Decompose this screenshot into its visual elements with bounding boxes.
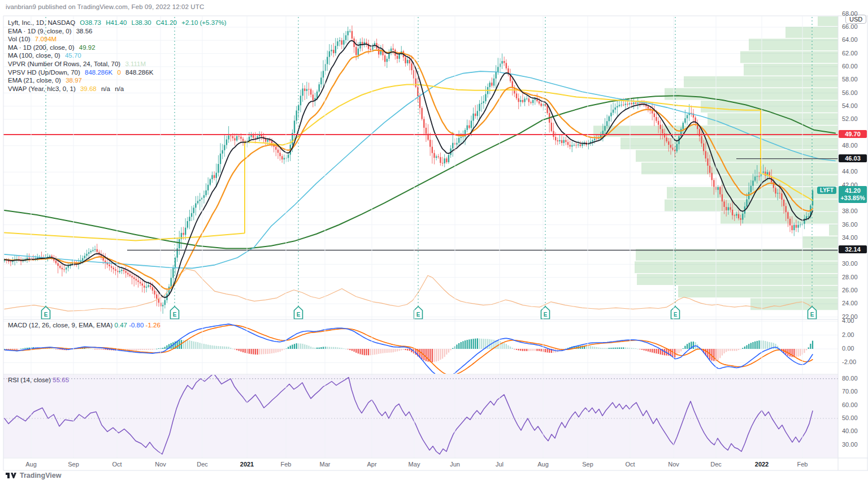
earnings-marker[interactable]: E: [42, 306, 50, 319]
macd-tick-label: 4.00: [842, 317, 854, 324]
price-tick-label: 62.00: [842, 50, 858, 57]
time-month-label: Feb: [281, 461, 292, 468]
rsi-legend[interactable]: RSI (14, close) 55.65: [8, 377, 69, 383]
ohlc-change: +2.10 (+5.37%): [181, 19, 226, 26]
macd-legend[interactable]: MACD (12, 26, close, 9, EMA, EMA) 0.47 -…: [8, 322, 160, 329]
tradingview-wordmark: TradingView: [20, 472, 61, 479]
tradingview-glyph-icon: [6, 472, 16, 479]
price-tick-label: 38.00: [842, 208, 858, 214]
time-month-label: Oct: [625, 461, 635, 468]
macd-tick-label: 0.00: [842, 345, 854, 352]
rsi-tick-label: 80.00: [842, 375, 858, 382]
ema21-label: EMA (21, close, 0): [8, 77, 61, 84]
time-month-label: Apr: [367, 461, 376, 468]
rsi-tick-label: 50.00: [842, 414, 858, 421]
legend-symbol-row[interactable]: Lyft, Inc., 1D, NASDAQ O38.73 H41.40 L38…: [8, 19, 227, 27]
vwap-na1: n/a: [101, 85, 110, 92]
price-tick-label: 60.00: [842, 63, 858, 70]
price-line-badge: 32.14: [839, 245, 867, 253]
svg-text:E: E: [44, 312, 48, 318]
rsi-tick-label: 40.00: [842, 427, 858, 434]
price-tick-label: 36.00: [842, 221, 858, 228]
price-tick-label: 28.00: [842, 274, 858, 280]
price-line-badge: 49.70: [839, 130, 867, 138]
vpsv-down: 848.286K: [125, 69, 153, 76]
vwap-value: 39.68: [80, 85, 97, 92]
ema21-value: 38.97: [66, 77, 82, 84]
macd-signal-value: -1.26: [146, 322, 160, 329]
ema9-value: 38.56: [76, 28, 93, 34]
symbol-chip: LYFT: [817, 187, 836, 194]
ma200-value: 49.92: [79, 44, 96, 51]
macd-tick-label: -2.00: [842, 358, 856, 365]
time-year-label: 2022: [755, 461, 769, 468]
symbol-title[interactable]: Lyft, Inc., 1D, NASDAQ: [8, 19, 75, 26]
ema9-label: EMA · 1D (9, close, 0): [8, 28, 71, 34]
svg-text:E: E: [416, 312, 420, 318]
time-month-label: Feb: [797, 461, 808, 468]
vpvr-label: VPVR (Number Of Rows, 24, Total, 70): [8, 60, 120, 67]
price-tick-label: 56.00: [842, 89, 858, 96]
ohlc-low: L38.30: [132, 19, 151, 26]
earnings-marker[interactable]: E: [671, 306, 680, 319]
time-month-label: Aug: [537, 461, 549, 468]
legend-vwap-row[interactable]: VWAP (Year, hlc3, 0, 1) 39.68 n/a n/a: [8, 85, 227, 93]
tradingview-logo[interactable]: TradingView: [6, 472, 61, 479]
svg-text:E: E: [674, 312, 678, 318]
time-year-label: 2021: [240, 461, 254, 468]
last-price-badge: 41.20+33.85%: [839, 186, 867, 203]
svg-text:E: E: [810, 312, 814, 318]
price-tick-label: 58.00: [842, 76, 858, 83]
publish-header: ivanbrian9 published on TradingView.com,…: [6, 3, 204, 10]
macd-tick-label: 2.00: [842, 331, 854, 338]
ohlc-high: H41.40: [106, 19, 127, 26]
time-month-label: Dec: [710, 461, 722, 468]
vpsv-zero: 0: [117, 69, 120, 76]
legend-ema21-row[interactable]: EMA (21, close, 0) 38.97: [8, 76, 227, 85]
time-month-label: May: [409, 461, 420, 468]
ma200-label: MA · 1D (200, close, 0): [8, 44, 75, 51]
indicator-legend: Lyft, Inc., 1D, NASDAQ O38.73 H41.40 L38…: [8, 19, 227, 93]
earnings-marker[interactable]: E: [414, 306, 423, 319]
legend-vol-row[interactable]: Vol (10) 7.094M: [8, 35, 227, 44]
legend-ema9-row[interactable]: EMA · 1D (9, close, 0) 38.56: [8, 27, 227, 36]
price-tick-label: 64.00: [842, 36, 858, 43]
price-tick-label: 26.00: [842, 287, 858, 293]
price-tick-label: 66.00: [842, 23, 858, 30]
time-month-label: Nov: [155, 461, 166, 468]
macd-hist-value: 0.47: [115, 322, 127, 329]
time-month-label: Aug: [25, 461, 37, 468]
earnings-marker[interactable]: E: [171, 306, 179, 319]
price-tick-label: 34.00: [842, 234, 858, 241]
vpvr-value: 3.111M: [125, 60, 146, 67]
ma100-label: MA (100, close, 0): [8, 52, 60, 59]
rsi-value: 55.65: [53, 377, 69, 383]
legend-ma200-row[interactable]: MA · 1D (200, close, 0) 49.92: [8, 44, 227, 52]
legend-ma100-row[interactable]: MA (100, close, 0) 45.70: [8, 51, 227, 60]
time-month-label: Jun: [450, 461, 460, 468]
macd-label: MACD (12, 26, close, 9, EMA, EMA): [8, 322, 112, 329]
vol-label: Vol (10): [8, 36, 31, 42]
price-tick-label: 44.00: [842, 168, 858, 175]
time-month-label: Sep: [582, 461, 593, 468]
price-tick-label: 54.00: [842, 102, 858, 109]
rsi-label: RSI (14, close): [8, 377, 51, 383]
time-month-label: Dec: [197, 461, 208, 468]
earnings-marker[interactable]: E: [541, 306, 550, 319]
legend-vpsv-row[interactable]: VPSV HD (Up/Down, 70) 848.286K 0 848.286…: [8, 68, 227, 77]
vol-value: 7.094M: [35, 36, 57, 42]
price-tick-label: 48.00: [842, 142, 858, 149]
price-line-badge: 46.03: [839, 154, 867, 162]
price-tick-label: 52.00: [842, 115, 858, 122]
rsi-tick-label: 30.00: [842, 441, 858, 448]
legend-vpvr-row[interactable]: VPVR (Number Of Rows, 24, Total, 70) 3.1…: [8, 60, 227, 68]
vwap-na2: n/a: [115, 85, 124, 92]
svg-text:E: E: [173, 312, 177, 318]
vpsv-label: VPSV HD (Up/Down, 70): [8, 69, 80, 76]
svg-text:E: E: [544, 312, 548, 318]
time-month-label: Oct: [112, 461, 121, 468]
time-month-label: Nov: [668, 461, 679, 468]
rsi-tick-label: 70.00: [842, 388, 858, 395]
earnings-marker[interactable]: E: [294, 306, 303, 319]
ma100-value: 45.70: [65, 52, 81, 59]
